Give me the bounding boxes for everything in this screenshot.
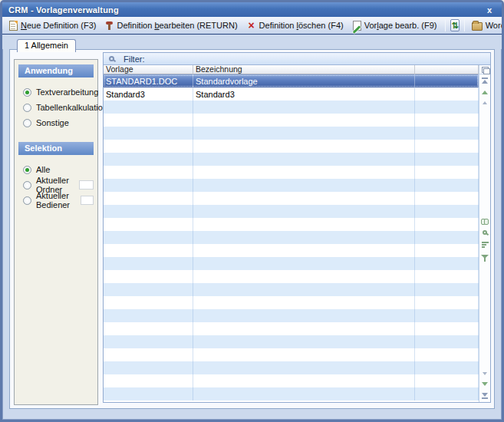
sort-icon[interactable] — [482, 242, 489, 248]
table-row[interactable] — [104, 322, 479, 335]
sidebar-option-sonstige[interactable]: Sonstige — [23, 117, 94, 128]
cell-vorlage — [104, 348, 193, 361]
template-grid: Filter: Vorlage Bezeichnung STANDARD1.DO… — [103, 52, 491, 403]
cell-extra — [415, 244, 479, 257]
cell-vorlage — [104, 309, 193, 322]
table-row[interactable]: Standard3Standard3 — [104, 87, 479, 101]
find-icon[interactable] — [483, 230, 487, 235]
edit-template-button[interactable]: Vorlage bearb. (F9) — [351, 20, 441, 31]
sidebar-option-tabellenkalkulation[interactable]: Tabellenkalkulation — [23, 102, 94, 113]
cell-bezeichnung — [193, 205, 415, 218]
column-header-bezeichnung[interactable]: Bezeichnung — [193, 65, 415, 74]
table-row[interactable] — [104, 348, 479, 361]
table-row[interactable] — [104, 296, 479, 309]
table-row[interactable] — [104, 387, 479, 401]
table-row[interactable] — [104, 205, 479, 218]
sidebar-option-aktueller-ordner[interactable]: Aktueller Ordner — [23, 180, 94, 190]
cell-vorlage — [104, 166, 193, 179]
cell-extra — [415, 101, 479, 114]
cell-vorlage — [104, 322, 193, 335]
column-chooser-icon[interactable] — [479, 65, 490, 74]
current-user-input[interactable] — [81, 196, 94, 205]
delete-definition-button[interactable]: × Definition löschen (F4) — [245, 20, 348, 31]
cell-extra — [415, 283, 479, 296]
option-label: Tabellenkalkulation — [36, 103, 107, 112]
table-row[interactable] — [104, 127, 479, 140]
binoculars-icon[interactable] — [481, 219, 489, 223]
filter-funnel-icon[interactable] — [481, 255, 489, 259]
delete-icon: × — [247, 21, 256, 31]
radio-icon — [23, 104, 31, 112]
scroll-to-top-icon[interactable] — [482, 77, 488, 84]
cell-bezeichnung — [193, 322, 415, 335]
table-row[interactable] — [104, 179, 479, 192]
column-header-vorlage[interactable]: Vorlage — [104, 65, 193, 74]
cell-vorlage — [104, 231, 193, 244]
new-document-icon — [9, 21, 18, 31]
grid-navigator — [479, 65, 490, 402]
scroll-up-icon[interactable] — [482, 91, 488, 94]
scroll-to-bottom-icon[interactable] — [482, 393, 488, 399]
table-row[interactable] — [104, 361, 479, 374]
table-row[interactable] — [104, 231, 479, 244]
table-row[interactable] — [104, 335, 479, 348]
table-row[interactable] — [104, 270, 479, 283]
table-row[interactable] — [104, 101, 479, 114]
tab-allgemein[interactable]: 1 Allgemein — [17, 39, 76, 52]
table: Vorlage Bezeichnung STANDARD1.DOCStandar… — [104, 65, 479, 402]
radio-icon — [23, 181, 31, 190]
table-row[interactable] — [104, 140, 479, 153]
column-header-extra[interactable] — [415, 65, 479, 74]
step-down-icon[interactable] — [483, 372, 487, 375]
table-header: Vorlage Bezeichnung — [104, 65, 479, 74]
new-definition-button[interactable]: Neue Definition (F3) — [7, 20, 100, 31]
current-folder-input[interactable] — [79, 180, 94, 190]
sidebar-option-alle[interactable]: Alle — [23, 164, 94, 175]
table-row[interactable] — [104, 244, 479, 257]
table-row[interactable] — [104, 257, 479, 270]
cell-bezeichnung — [193, 101, 415, 114]
edit-pencil-icon — [353, 21, 361, 31]
word-formats-button[interactable]: Word-Steuerformate (F6) — [469, 20, 504, 31]
cell-vorlage — [104, 244, 193, 257]
cell-bezeichnung — [193, 179, 415, 192]
cell-extra — [415, 231, 479, 244]
table-row[interactable] — [104, 374, 479, 387]
cell-vorlage — [104, 374, 193, 387]
cell-vorlage — [104, 296, 193, 309]
cell-bezeichnung — [193, 127, 415, 140]
cell-bezeichnung — [193, 192, 415, 205]
cell-vorlage — [104, 387, 193, 401]
table-body: STANDARD1.DOCStandardvorlageStandard3Sta… — [104, 74, 479, 402]
table-row[interactable] — [104, 114, 479, 127]
cell-bezeichnung — [193, 387, 415, 401]
table-row[interactable] — [104, 309, 479, 322]
cell-bezeichnung — [193, 114, 415, 127]
cell-bezeichnung — [193, 257, 415, 270]
filter-bar[interactable]: Filter: — [104, 53, 490, 65]
search-icon — [109, 56, 114, 61]
scroll-down-icon[interactable] — [482, 382, 488, 386]
cell-extra — [415, 270, 479, 283]
cell-extra — [415, 153, 479, 166]
new-definition-label: Neue Definition (F3) — [21, 21, 96, 30]
edit-definition-button[interactable]: Definition bearbeiten (RETURN) — [103, 20, 241, 31]
sidebar-option-textverarbeitung[interactable]: Textverarbeitung — [23, 87, 94, 97]
step-up-icon[interactable] — [483, 101, 487, 104]
table-row[interactable] — [104, 153, 479, 166]
option-label: Textverarbeitung — [36, 87, 98, 97]
table-row[interactable] — [104, 218, 479, 231]
option-label: Alle — [36, 165, 50, 174]
table-row[interactable] — [104, 166, 479, 179]
cell-bezeichnung — [193, 140, 415, 153]
sidebar-option-aktueller-bediener[interactable]: Aktueller Bediener — [23, 195, 94, 206]
cell-extra — [415, 374, 479, 387]
table-row[interactable] — [104, 283, 479, 296]
refresh-button[interactable]: ⇅ — [450, 19, 459, 31]
close-button[interactable]: x — [483, 5, 496, 15]
cell-extra — [415, 114, 479, 127]
table-row[interactable]: STANDARD1.DOCStandardvorlage — [104, 74, 479, 87]
cell-extra — [415, 387, 479, 401]
table-row[interactable] — [104, 192, 479, 205]
cell-extra — [415, 361, 479, 374]
